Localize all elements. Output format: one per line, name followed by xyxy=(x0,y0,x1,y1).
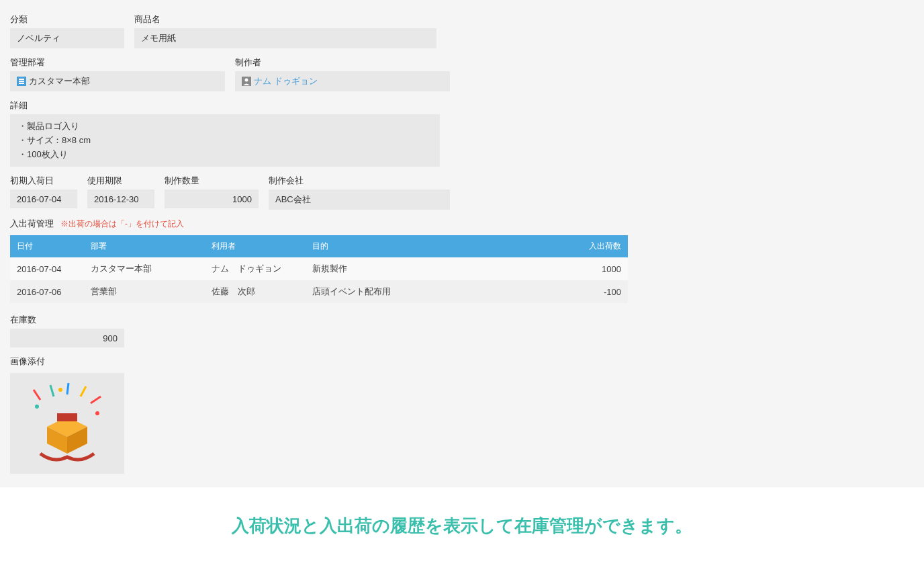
creator-label: 制作者 xyxy=(235,56,450,69)
org-icon xyxy=(17,77,26,86)
svg-point-5 xyxy=(245,79,248,82)
page-caption: 入荷状況と入出荷の履歴を表示して在庫管理ができます。 xyxy=(0,487,924,564)
th-date: 日付 xyxy=(10,235,84,257)
category-value: ノベルティ xyxy=(10,28,124,48)
quantity-label: 制作数量 xyxy=(165,175,259,187)
creator-text: ナム ドゥギョン xyxy=(254,75,318,87)
management-note: ※出荷の場合は「-」を付けて記入 xyxy=(60,218,184,230)
shipment-table: 日付 部署 利用者 目的 入出荷数 2016-07-04 カスタマー本部 ナム … xyxy=(10,235,628,303)
category-label: 分類 xyxy=(10,13,124,26)
department-text: カスタマー本部 xyxy=(29,75,90,87)
th-qty: 入出荷数 xyxy=(554,235,628,257)
expiration-label: 使用期限 xyxy=(87,175,154,187)
svg-point-8 xyxy=(58,388,62,392)
details-line: ・100枚入り xyxy=(18,148,432,162)
svg-rect-3 xyxy=(19,83,24,84)
stock-value: 900 xyxy=(10,329,124,347)
product-label: 商品名 xyxy=(134,13,436,26)
table-row: 2016-07-06 営業部 佐藤 次郎 店頭イベント配布用 -100 xyxy=(10,280,628,303)
image-label: 画像添付 xyxy=(10,355,914,368)
table-row: 2016-07-04 カスタマー本部 ナム ドゥギョン 新規製作 1000 xyxy=(10,257,628,280)
image-attachment[interactable] xyxy=(10,373,124,474)
details-label: 詳細 xyxy=(10,99,440,112)
svg-point-6 xyxy=(35,405,39,409)
svg-rect-2 xyxy=(19,81,24,82)
department-value: カスタマー本部 xyxy=(10,71,225,91)
details-line: ・製品ロゴ入り xyxy=(18,120,432,134)
company-label: 制作会社 xyxy=(269,175,450,187)
stock-label: 在庫数 xyxy=(10,314,124,326)
form-panel: 分類 ノベルティ 商品名 メモ用紙 管理部署 カスタマー本部 制作者 ナム xyxy=(0,0,924,487)
details-value: ・製品ロゴ入り ・サイズ：8×8 cm ・100枚入り xyxy=(10,114,440,167)
company-value: ABC会社 xyxy=(269,190,450,210)
details-line: ・サイズ：8×8 cm xyxy=(18,134,432,148)
initial-date-label: 初期入荷日 xyxy=(10,175,77,187)
management-label: 入出荷管理 xyxy=(10,218,54,230)
svg-point-7 xyxy=(95,411,99,415)
th-purpose: 目的 xyxy=(306,235,554,257)
svg-rect-1 xyxy=(19,79,24,80)
th-dept: 部署 xyxy=(84,235,205,257)
gift-icon xyxy=(20,380,114,467)
department-label: 管理部署 xyxy=(10,56,225,69)
th-user: 利用者 xyxy=(205,235,306,257)
creator-value[interactable]: ナム ドゥギョン xyxy=(235,71,450,91)
quantity-value: 1000 xyxy=(165,190,259,208)
initial-date-value: 2016-07-04 xyxy=(10,190,77,208)
expiration-value: 2016-12-30 xyxy=(87,190,154,208)
product-value: メモ用紙 xyxy=(134,28,436,48)
person-icon xyxy=(242,77,251,86)
